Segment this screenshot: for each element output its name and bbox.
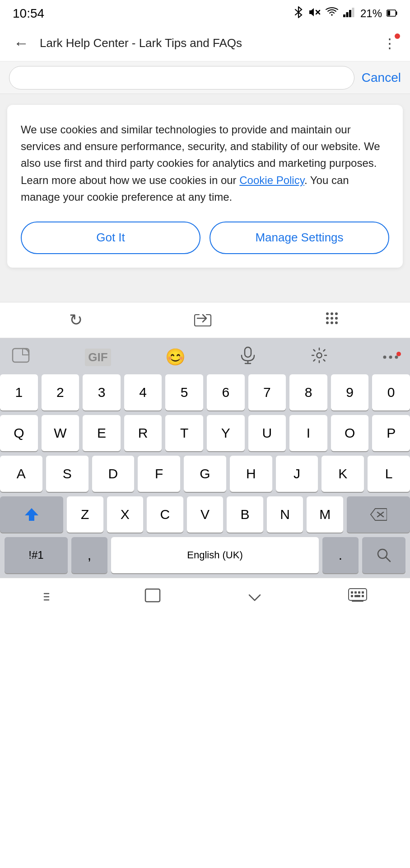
keyboard-asdf-row: A S D F G H J K L — [0, 456, 410, 492]
key-d[interactable]: D — [92, 456, 135, 492]
got-it-button[interactable]: Got It — [21, 222, 200, 254]
key-i[interactable]: I — [289, 415, 327, 451]
nav-menu-icon[interactable] — [42, 588, 59, 607]
svg-rect-40 — [354, 595, 360, 597]
key-s[interactable]: S — [46, 456, 89, 492]
key-4[interactable]: 4 — [124, 374, 162, 410]
status-bar: 10:54 — [0, 0, 410, 25]
wifi-icon — [325, 7, 339, 20]
svg-point-12 — [326, 317, 329, 320]
nav-back-icon[interactable] — [247, 588, 263, 607]
nav-home-icon[interactable] — [144, 587, 162, 608]
svg-point-9 — [326, 312, 329, 315]
key-r[interactable]: R — [124, 415, 162, 451]
back-button[interactable]: ← — [9, 33, 33, 54]
svg-point-24 — [389, 356, 392, 359]
key-q[interactable]: Q — [0, 415, 38, 451]
svg-point-14 — [335, 317, 338, 320]
key-9[interactable]: 9 — [331, 374, 369, 410]
special-chars-key[interactable]: !#1 — [5, 537, 68, 573]
svg-line-29 — [386, 557, 390, 561]
content-area: We use cookies and similar technologies … — [0, 94, 410, 302]
key-y[interactable]: Y — [207, 415, 245, 451]
more-button[interactable]: ⋮ — [378, 33, 401, 53]
more-icon: ⋮ — [383, 36, 396, 51]
key-f[interactable]: F — [138, 456, 180, 492]
period-key[interactable]: . — [322, 537, 359, 573]
svg-rect-4 — [349, 10, 351, 17]
key-t[interactable]: T — [165, 415, 203, 451]
cookie-buttons: Got It Manage Settings — [21, 222, 389, 254]
signal-icon — [343, 7, 356, 20]
key-k[interactable]: K — [321, 456, 364, 492]
key-m[interactable]: M — [307, 496, 343, 533]
key-3[interactable]: 3 — [83, 374, 121, 410]
key-6[interactable]: 6 — [207, 374, 245, 410]
key-1[interactable]: 1 — [0, 374, 38, 410]
bluetooth-icon — [294, 6, 303, 21]
search-key[interactable] — [362, 537, 405, 573]
shift-key[interactable] — [0, 496, 63, 533]
svg-point-17 — [335, 321, 338, 324]
key-5[interactable]: 5 — [165, 374, 203, 410]
keyboard-qwerty-row: Q W E R T Y U I O P — [0, 415, 410, 451]
key-2[interactable]: 2 — [42, 374, 79, 410]
status-icons: 21% — [294, 6, 397, 21]
nav-keyboard-icon[interactable] — [348, 588, 368, 607]
svg-point-22 — [317, 353, 321, 358]
svg-rect-41 — [362, 595, 364, 597]
backspace-key[interactable] — [347, 496, 410, 533]
key-0[interactable]: 0 — [372, 374, 410, 410]
key-a[interactable]: A — [0, 456, 42, 492]
page-title: Lark Help Center - Lark Tips and FAQs — [40, 36, 372, 50]
key-j[interactable]: J — [276, 456, 318, 492]
status-time: 10:54 — [13, 6, 44, 21]
cookie-banner: We use cookies and similar technologies … — [7, 105, 403, 268]
battery-percent: 21% — [360, 7, 382, 20]
search-input[interactable] — [9, 66, 354, 90]
svg-rect-34 — [349, 589, 367, 600]
emoji-icon[interactable]: 😊 — [165, 348, 186, 367]
key-o[interactable]: O — [331, 415, 369, 451]
more-options-icon[interactable] — [382, 354, 399, 361]
key-w[interactable]: W — [42, 415, 79, 451]
cookie-policy-link[interactable]: Cookie Policy — [239, 174, 304, 186]
key-z[interactable]: Z — [67, 496, 103, 533]
settings-icon[interactable] — [311, 347, 328, 368]
key-g[interactable]: G — [184, 456, 226, 492]
refresh-button[interactable]: ↻ — [69, 311, 83, 330]
gif-icon[interactable]: GIF — [85, 349, 111, 366]
key-c[interactable]: C — [147, 496, 183, 533]
comma-key[interactable]: , — [71, 537, 107, 573]
key-p[interactable]: P — [372, 415, 410, 451]
svg-rect-2 — [343, 14, 345, 17]
svg-rect-7 — [396, 11, 397, 15]
more-notification-dot — [396, 352, 401, 356]
key-l[interactable]: L — [368, 456, 410, 492]
key-n[interactable]: N — [267, 496, 303, 533]
battery-icon — [387, 7, 397, 20]
key-e[interactable]: E — [83, 415, 121, 451]
microphone-icon[interactable] — [240, 346, 256, 368]
share-button[interactable] — [194, 310, 212, 330]
browser-nav: ↻ — [0, 302, 410, 338]
key-8[interactable]: 8 — [289, 374, 327, 410]
cookie-text: We use cookies and similar technologies … — [21, 121, 389, 205]
svg-rect-33 — [145, 589, 160, 602]
sticker-icon[interactable] — [11, 347, 31, 368]
key-v[interactable]: V — [187, 496, 224, 533]
key-b[interactable]: B — [227, 496, 263, 533]
key-x[interactable]: X — [107, 496, 144, 533]
svg-point-11 — [335, 312, 338, 315]
grid-button[interactable] — [323, 310, 341, 330]
cancel-button[interactable]: Cancel — [362, 71, 401, 85]
key-h[interactable]: H — [230, 456, 272, 492]
svg-point-15 — [326, 321, 329, 324]
key-7[interactable]: 7 — [248, 374, 286, 410]
notification-dot — [395, 33, 400, 39]
svg-point-13 — [331, 317, 333, 320]
svg-point-10 — [331, 312, 333, 315]
space-key[interactable]: English (UK) — [111, 537, 319, 573]
manage-settings-button[interactable]: Manage Settings — [210, 222, 389, 254]
key-u[interactable]: U — [248, 415, 286, 451]
